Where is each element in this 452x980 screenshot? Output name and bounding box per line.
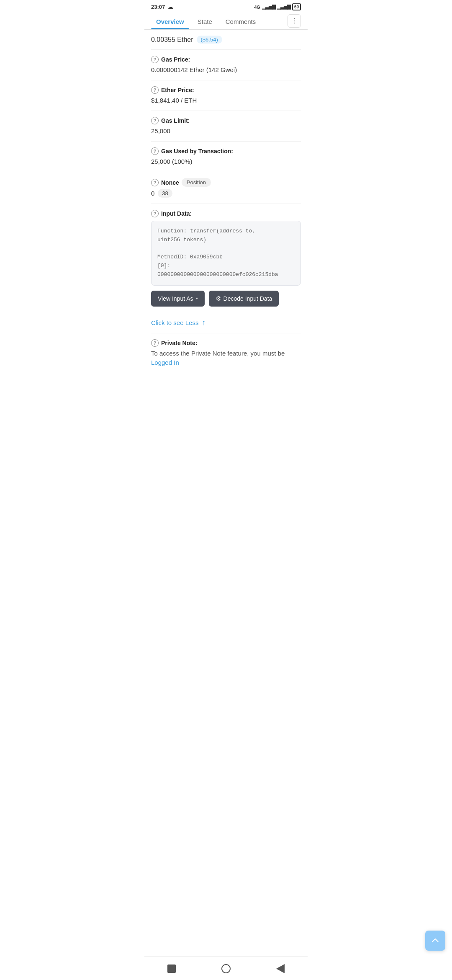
gas-limit-label: ? Gas Limit: xyxy=(151,117,301,124)
nonce-help-icon[interactable]: ? xyxy=(151,179,159,186)
ether-price-value: $1,841.40 / ETH xyxy=(151,96,301,105)
logged-in-link[interactable]: Logged In xyxy=(151,359,179,366)
tab-state[interactable]: State xyxy=(193,12,217,29)
view-input-as-label: View Input As xyxy=(158,295,193,302)
ether-amount-row: 0.00355 Ether ($6.54) xyxy=(151,30,301,50)
signal-bars-2: ▁▃▅▇ xyxy=(277,4,290,10)
input-data-row: ? Input Data: Function: transfer(address… xyxy=(151,204,301,312)
ether-price-label: ? Ether Price: xyxy=(151,86,301,94)
ether-usd-badge: ($6.54) xyxy=(197,36,222,44)
view-input-as-button[interactable]: View Input As ▾ xyxy=(151,291,205,307)
gas-limit-help-icon[interactable]: ? xyxy=(151,117,159,124)
time-display: 23:07 xyxy=(151,4,165,10)
position-badge: Position xyxy=(182,178,211,187)
private-note-row: ? Private Note: To access the Private No… xyxy=(151,333,301,374)
gas-price-help-icon[interactable]: ? xyxy=(151,56,159,63)
private-note-help-icon[interactable]: ? xyxy=(151,339,159,347)
gas-limit-value: 25,000 xyxy=(151,126,301,135)
private-note-label: ? Private Note: xyxy=(151,339,301,347)
gas-used-help-icon[interactable]: ? xyxy=(151,147,159,155)
nonce-row: ? Nonce Position 0 38 xyxy=(151,172,301,204)
gas-limit-row: ? Gas Limit: 25,000 xyxy=(151,111,301,142)
input-data-box: Function: transfer(address to, uint256 t… xyxy=(151,221,301,286)
input-data-buttons: View Input As ▾ ⚙ Decode Input Data xyxy=(151,291,301,307)
decode-icon: ⚙ xyxy=(216,295,221,302)
decode-input-data-button[interactable]: ⚙ Decode Input Data xyxy=(209,291,279,307)
signal-4g-label: 4G xyxy=(254,5,260,10)
ether-price-help-icon[interactable]: ? xyxy=(151,86,159,94)
see-less-label: Click to see Less xyxy=(151,319,198,326)
nonce-number: 0 xyxy=(151,190,154,197)
more-menu-button[interactable]: ⋮ xyxy=(288,14,301,28)
ether-amount-value: 0.00355 Ether xyxy=(151,36,193,44)
input-data-label: ? Input Data: xyxy=(151,210,301,217)
decode-input-data-label: Decode Input Data xyxy=(223,295,272,302)
gas-used-value: 25,000 (100%) xyxy=(151,157,301,166)
status-left: 23:07 ☁ xyxy=(151,4,173,10)
gas-price-label: ? Gas Price: xyxy=(151,56,301,63)
tab-bar: Overview State Comments ⋮ xyxy=(144,12,308,30)
chevron-down-icon: ▾ xyxy=(196,296,198,301)
gas-used-row: ? Gas Used by Transaction: 25,000 (100%) xyxy=(151,142,301,172)
input-data-code: Function: transfer(address to, uint256 t… xyxy=(157,227,295,279)
signal-bars-1: ▁▃▅▇ xyxy=(262,4,275,10)
gas-used-label: ? Gas Used by Transaction: xyxy=(151,147,301,155)
status-right: 4G ▁▃▅▇ ▁▃▅▇ 60 xyxy=(254,3,301,10)
status-bar: 23:07 ☁ 4G ▁▃▅▇ ▁▃▅▇ 60 xyxy=(144,0,308,12)
up-arrow-icon: ↑ xyxy=(202,318,205,327)
cloud-icon: ☁ xyxy=(167,4,173,10)
see-less-button[interactable]: Click to see Less ↑ xyxy=(151,312,301,333)
private-note-text: To access the Private Note feature, you … xyxy=(151,349,301,368)
nonce-label: ? Nonce Position xyxy=(151,178,301,187)
main-content: 0.00355 Ether ($6.54) ? Gas Price: 0.000… xyxy=(144,30,308,407)
gas-price-value: 0.000000142 Ether (142 Gwei) xyxy=(151,65,301,74)
position-number: 38 xyxy=(158,189,172,198)
ether-price-row: ? Ether Price: $1,841.40 / ETH xyxy=(151,80,301,111)
nonce-value-row: 0 38 xyxy=(151,189,301,198)
battery-indicator: 60 xyxy=(292,3,301,10)
tab-comments[interactable]: Comments xyxy=(221,12,261,29)
gas-price-row: ? Gas Price: 0.000000142 Ether (142 Gwei… xyxy=(151,50,301,80)
tab-overview[interactable]: Overview xyxy=(151,12,189,29)
input-data-help-icon[interactable]: ? xyxy=(151,210,159,217)
